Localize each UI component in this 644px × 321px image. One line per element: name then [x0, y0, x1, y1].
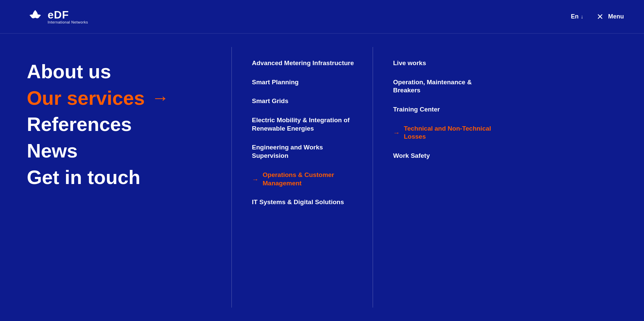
- menu-item-training-center[interactable]: Training Center: [393, 100, 500, 119]
- menu-item-operation-maintenance[interactable]: Operation, Maintenance & Breakers: [393, 73, 500, 100]
- header: eDF International Networks En ↓ ✕ Menu: [0, 0, 644, 34]
- logo[interactable]: eDF International Networks: [27, 8, 88, 25]
- middle-menu: Advanced Metering Infrastructure Smart P…: [232, 34, 373, 321]
- logo-edf-label: eDF: [48, 9, 88, 20]
- menu-item-engineering-works[interactable]: Engineering and Works Supervision: [252, 138, 359, 165]
- main-content: About us Our services → References News …: [0, 34, 644, 321]
- menu-label: Menu: [608, 13, 624, 20]
- lang-arrow-icon: ↓: [581, 14, 583, 20]
- menu-item-smart-grids[interactable]: Smart Grids: [252, 92, 359, 111]
- nav-item-references[interactable]: References: [27, 113, 231, 136]
- logo-text: eDF International Networks: [48, 9, 88, 24]
- menu-item-electric-mobility[interactable]: Electric Mobility & Integration of Renew…: [252, 111, 359, 138]
- language-selector[interactable]: En ↓: [571, 13, 583, 20]
- header-right: En ↓ ✕ Menu: [571, 13, 624, 21]
- menu-item-live-works[interactable]: Live works: [393, 54, 500, 73]
- menu-button[interactable]: ✕ Menu: [597, 13, 624, 21]
- technical-losses-arrow-icon: →: [393, 128, 400, 137]
- nav-item-get-in-touch[interactable]: Get in touch: [27, 166, 231, 189]
- right-menu: Live works Operation, Maintenance & Brea…: [373, 34, 514, 321]
- our-services-arrow-icon: →: [151, 88, 169, 108]
- menu-item-operations-customer[interactable]: → Operations & Customer Management: [252, 166, 359, 193]
- menu-item-advanced-metering[interactable]: Advanced Metering Infrastructure: [252, 54, 359, 73]
- menu-item-work-safety[interactable]: Work Safety: [393, 146, 500, 166]
- operations-arrow-icon: →: [252, 175, 259, 184]
- nav-item-news[interactable]: News: [27, 140, 231, 162]
- logo-subtitle-label: International Networks: [48, 20, 88, 24]
- nav-item-about-us[interactable]: About us: [27, 60, 231, 83]
- left-nav: About us Our services → References News …: [0, 34, 231, 321]
- menu-item-smart-planning[interactable]: Smart Planning: [252, 73, 359, 92]
- close-icon: ✕: [597, 13, 603, 21]
- menu-item-technical-losses[interactable]: → Technical and Non-Technical Losses: [393, 119, 500, 146]
- nav-item-our-services[interactable]: Our services →: [27, 87, 231, 109]
- menu-item-it-systems[interactable]: IT Systems & Digital Solutions: [252, 193, 359, 212]
- lang-label: En: [571, 13, 579, 20]
- edf-logo-icon: [27, 8, 44, 25]
